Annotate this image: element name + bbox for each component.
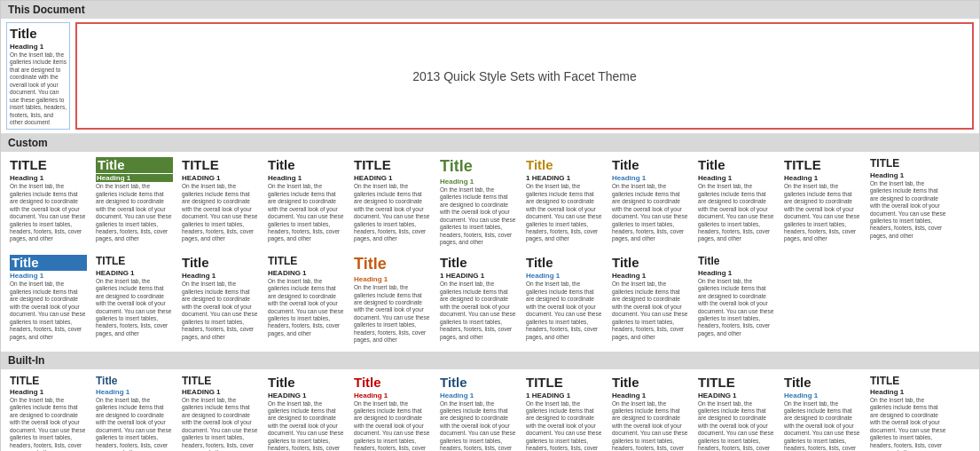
card-heading: Heading 1: [612, 392, 689, 400]
card-title: Title: [10, 255, 87, 271]
card-body: On the Insert tab, the galleries include…: [612, 183, 689, 243]
style-card[interactable]: TitleHeading 1On the Insert tab, the gal…: [608, 251, 693, 347]
card-body: On the Insert tab, the galleries include…: [268, 400, 345, 451]
card-title: Title: [268, 375, 345, 391]
this-doc-heading: Heading 1: [10, 43, 67, 51]
style-card[interactable]: TitleHeading 1On the Insert tab, the gal…: [436, 154, 521, 249]
style-card[interactable]: Title1 HEADING 1On the Insert tab, the g…: [522, 154, 607, 249]
card-body: On the Insert tab, the galleries include…: [612, 281, 689, 341]
card-heading: Heading 1: [784, 392, 861, 400]
card-heading: Heading 1: [10, 174, 87, 182]
card-title: Title: [268, 157, 345, 173]
card-heading: Heading 1: [784, 174, 861, 182]
card-title: Title: [612, 157, 689, 173]
card-heading: Heading 1: [870, 171, 947, 179]
style-card[interactable]: TitleHeading 1On the Insert tab, the gal…: [436, 371, 521, 451]
style-card[interactable]: TitleHeading 1On the Insert tab, the gal…: [694, 154, 779, 249]
card-title: TITLE: [182, 157, 259, 173]
style-card[interactable]: Title1 HEADING 1On the Insert tab, the g…: [436, 251, 521, 347]
card-heading: HEADING 1: [182, 388, 259, 396]
card-heading: Heading 1: [698, 174, 775, 182]
card-body: On the Insert tab, the galleries include…: [182, 281, 259, 341]
style-card[interactable]: TITLEHeading 1On the Insert tab, the gal…: [780, 154, 865, 249]
style-card[interactable]: TitleHeading 1On the Insert tab, the gal…: [178, 251, 263, 347]
card-title: Title: [440, 157, 517, 177]
card-body: On the Insert tab, the galleries include…: [96, 278, 173, 338]
style-card[interactable]: TitleHeading 1On the Insert tab, the gal…: [92, 154, 176, 249]
card-heading: Heading 1: [612, 272, 689, 280]
card-title: TITLE: [10, 157, 87, 173]
style-card[interactable]: TitleHeading 1On the Insert tab, the gal…: [608, 371, 693, 451]
card-title: Title: [526, 157, 603, 173]
card-heading: 1 HEADING 1: [526, 174, 603, 182]
style-card[interactable]: TitleHeading 1On the Insert tab, the gal…: [92, 371, 176, 451]
card-heading: 1 HEADING 1: [526, 392, 603, 400]
card-title: TITLE: [182, 375, 259, 387]
card-title: TITLE: [268, 255, 345, 267]
card-body: On the Insert tab, the galleries include…: [698, 183, 775, 243]
style-card[interactable]: TITLEHeading 1On the Insert tab, the gal…: [866, 371, 951, 451]
style-card[interactable]: TitleHeading 1On the Insert tab, the gal…: [350, 251, 435, 347]
card-title: Title: [612, 375, 689, 391]
custom-cards-section: TITLEHeading 1On the Insert tab, the gal…: [1, 152, 979, 351]
card-body: On the Insert tab, the galleries include…: [526, 183, 603, 243]
card-body: On the Insert tab, the galleries include…: [698, 400, 775, 451]
style-card[interactable]: TITLEHEADING 1On the Insert tab, the gal…: [92, 251, 176, 347]
card-body: On the Insert tab, the galleries include…: [440, 186, 517, 247]
card-body: On the Insert tab, the galleries include…: [96, 397, 173, 451]
style-card[interactable]: TITLEHEADING 1On the Insert tab, the gal…: [264, 251, 349, 347]
style-card[interactable]: TITLEHeading 1On the Insert tab, the gal…: [6, 154, 90, 249]
card-title: Title: [612, 255, 689, 271]
card-heading: Heading 1: [182, 272, 259, 280]
style-card[interactable]: TITLEHEADING 1On the Insert tab, the gal…: [178, 371, 263, 451]
style-card[interactable]: TitleHeading 1On the Insert tab, the gal…: [350, 371, 435, 451]
card-heading: Heading 1: [354, 275, 431, 283]
card-heading: Heading 1: [96, 388, 173, 396]
this-doc-style-card[interactable]: Title Heading 1 On the Insert tab, the g…: [6, 22, 70, 130]
builtin-header: Built-In: [1, 352, 979, 369]
card-body: On the Insert tab, the galleries include…: [10, 281, 87, 341]
style-card[interactable]: TitleHeading 1On the Insert tab, the gal…: [780, 371, 865, 451]
card-heading: Heading 1: [526, 272, 603, 280]
style-card[interactable]: TITLE1 HEADING 1On the Insert tab, the g…: [522, 371, 607, 451]
card-body: On the Insert tab, the galleries include…: [440, 400, 517, 451]
card-title: TITLE: [96, 255, 173, 267]
preview-banner: 2013 Quick Style Sets with Facet Theme: [75, 22, 974, 130]
style-card[interactable]: TITLEHeading 1On the Insert tab, the gal…: [6, 371, 90, 451]
card-body: On the Insert tab, the galleries include…: [526, 400, 603, 451]
card-heading: Heading 1: [10, 388, 87, 396]
style-card[interactable]: TitleHeading 1On the Insert tab, the gal…: [608, 154, 693, 249]
card-heading: Heading 1: [354, 392, 431, 400]
style-card[interactable]: TitleHeading 1On the Insert tab, the gal…: [694, 251, 779, 347]
card-heading: Heading 1: [268, 174, 345, 182]
card-title: Title: [784, 375, 861, 391]
style-card[interactable]: TITLEHEADING 1On the Insert tab, the gal…: [350, 154, 435, 249]
card-body: On the Insert tab, the galleries include…: [870, 180, 947, 241]
card-body: On the Insert tab, the galleries include…: [96, 183, 173, 243]
style-card[interactable]: TITLEHeading 1On the Insert tab, the gal…: [866, 154, 951, 249]
style-card[interactable]: TitleHeading 1On the Insert tab, the gal…: [6, 251, 90, 347]
card-body: On the Insert tab, the galleries include…: [10, 397, 87, 451]
card-body: On the Insert tab, the galleries include…: [870, 397, 947, 451]
card-heading: Heading 1: [96, 174, 173, 182]
card-heading: Heading 1: [10, 272, 87, 280]
card-heading: Heading 1: [440, 178, 517, 186]
this-document-header: This Document: [1, 1, 979, 19]
card-heading: Heading 1: [612, 174, 689, 182]
style-card[interactable]: TitleHeading 1On the Insert tab, the gal…: [522, 251, 607, 347]
card-heading: HEADING 1: [268, 269, 345, 277]
card-body: On the Insert tab, the galleries include…: [612, 400, 689, 451]
style-card[interactable]: TitleHEADING 1On the Insert tab, the gal…: [264, 371, 349, 451]
card-body: On the Insert tab, the galleries include…: [354, 183, 431, 243]
card-title: Title: [440, 375, 517, 391]
custom-header: Custom: [1, 134, 979, 152]
card-title: TITLE: [870, 375, 947, 387]
main-panel: This Document Title Heading 1 On the Ins…: [0, 0, 980, 451]
style-card[interactable]: TITLEHEADING 1On the Insert tab, the gal…: [694, 371, 779, 451]
card-heading: HEADING 1: [698, 392, 775, 400]
style-card[interactable]: TitleHeading 1On the Insert tab, the gal…: [264, 154, 349, 249]
this-doc-body: On the Insert tab, the galleries include…: [10, 51, 67, 126]
this-doc-title: Title: [10, 26, 67, 42]
style-card[interactable]: TITLEHEADING 1On the Insert tab, the gal…: [178, 154, 263, 249]
card-body: On the Insert tab, the galleries include…: [10, 183, 87, 243]
